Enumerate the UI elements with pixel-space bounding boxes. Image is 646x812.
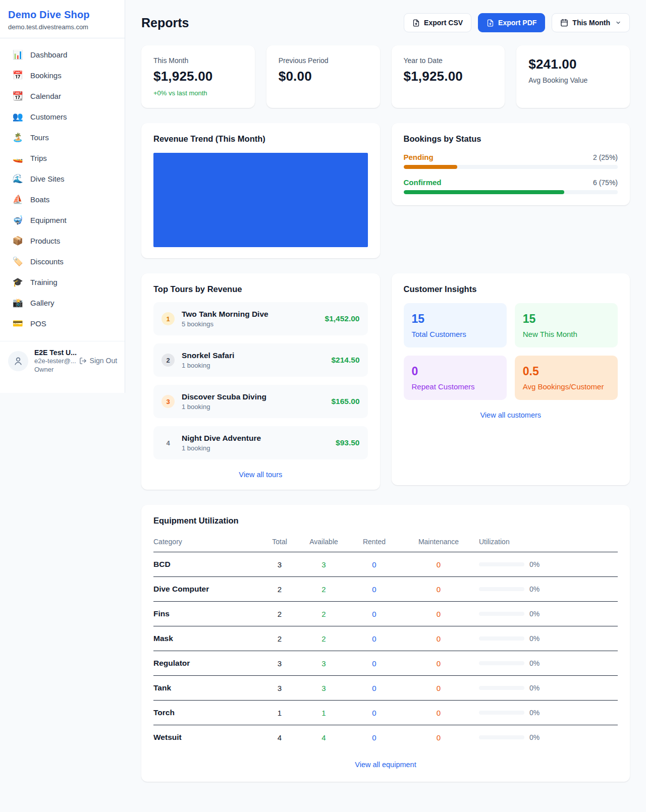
tour-revenue: $214.50: [331, 356, 359, 365]
period-label: This Month: [572, 19, 610, 27]
tour-name: Two Tank Morning Dive: [182, 310, 268, 318]
export-pdf-button[interactable]: Export PDF: [478, 13, 545, 32]
utilization-cell: 0%: [479, 585, 618, 593]
insight-tile-new-this-month: 15 New This Month: [515, 303, 618, 347]
tear-off-calendar-icon: 📆: [12, 91, 23, 101]
camera-icon: 📸: [12, 298, 23, 308]
file-download-icon: [487, 19, 494, 27]
sidebar: Demo Dive Shop demo.test.divestreams.com…: [0, 0, 125, 393]
utilization-track: [479, 735, 524, 739]
cell-total: 3: [262, 552, 297, 577]
stat-label: Year to Date: [404, 56, 493, 65]
view-all-equipment-link[interactable]: View all equipment: [153, 761, 618, 769]
avatar: [8, 351, 28, 371]
progress-track: [404, 190, 618, 194]
bar-chart-icon: 📊: [12, 49, 23, 60]
status-label: Pending: [404, 153, 434, 161]
stat-value: $1,925.00: [404, 69, 493, 84]
view-all-tours-link[interactable]: View all tours: [153, 459, 368, 479]
utilization-cell: 0%: [479, 560, 618, 568]
insight-tile-avg-bookings: 0.5 Avg Bookings/Customer: [515, 356, 618, 400]
sidebar-item-products[interactable]: 📦 Products: [4, 230, 121, 251]
tour-list-item: 1 Two Tank Morning Dive 5 bookings $1,45…: [153, 302, 368, 335]
tour-bookings: 5 bookings: [182, 320, 318, 328]
sidebar-item-label: Bookings: [30, 71, 62, 80]
revenue-trend-card: Revenue Trend (This Month): [141, 123, 380, 258]
column-header: Utilization: [479, 533, 618, 552]
status-row-confirmed: Confirmed 6 (75%): [404, 178, 618, 194]
table-row: Regulator 3 3 0 0 0%: [153, 651, 618, 676]
tour-bookings: 1 booking: [182, 444, 329, 452]
cell-rented: 0: [350, 577, 398, 602]
cell-maintenance: 0: [398, 725, 479, 750]
sidebar-item-training[interactable]: 🎓 Training: [4, 272, 121, 293]
status-label: Confirmed: [404, 178, 442, 187]
sidebar-item-customers[interactable]: 👥 Customers: [4, 106, 121, 127]
sidebar-item-dive-sites[interactable]: 🌊 Dive Sites: [4, 168, 121, 189]
tour-revenue: $165.00: [331, 397, 359, 406]
main-content: Reports Export CSV Export PDF: [125, 0, 646, 802]
stat-card-previous-period: Previous Period $0.00: [266, 45, 380, 108]
header-actions: Export CSV Export PDF This Month: [404, 13, 630, 32]
tour-list-item: 2 Snorkel Safari 1 booking $214.50: [153, 343, 368, 377]
cell-available: 3: [297, 651, 350, 676]
sidebar-item-gallery[interactable]: 📸 Gallery: [4, 293, 121, 313]
cell-available: 3: [297, 676, 350, 701]
stat-value: $0.00: [279, 69, 368, 84]
user-section: E2E Test U... e2e-tester@... Sign Out Ow…: [0, 341, 125, 380]
cell-available: 2: [297, 577, 350, 602]
sidebar-item-tours[interactable]: 🏝️ Tours: [4, 127, 121, 148]
tile-label: Repeat Customers: [412, 382, 499, 391]
table-header-row: Category Total Available Rented Maintena…: [153, 533, 618, 552]
sign-out-label: Sign Out: [90, 357, 117, 365]
rank-badge: 2: [162, 354, 175, 367]
sidebar-item-bookings[interactable]: 📅 Bookings: [4, 65, 121, 86]
period-dropdown[interactable]: This Month: [552, 13, 630, 32]
tour-bookings: 1 booking: [182, 403, 324, 411]
island-icon: 🏝️: [12, 132, 23, 143]
sidebar-item-label: Discounts: [30, 257, 64, 266]
progress-fill: [404, 165, 457, 169]
insights-row: Top Tours by Revenue 1 Two Tank Morning …: [141, 273, 630, 490]
graduation-cap-icon: 🎓: [12, 277, 23, 287]
bookings-by-status-card: Bookings by Status Pending 2 (25%) Confi…: [392, 123, 630, 205]
utilization-percent: 0%: [529, 684, 540, 692]
progress-fill: [404, 190, 564, 194]
insight-tile-repeat-customers: 0 Repeat Customers: [404, 356, 507, 400]
sidebar-item-trips[interactable]: 🚤 Trips: [4, 148, 121, 168]
diving-mask-icon: 🤿: [12, 215, 23, 225]
view-all-customers-link[interactable]: View all customers: [404, 411, 618, 419]
utilization-cell: 0%: [479, 733, 618, 741]
cell-maintenance: 0: [398, 577, 479, 602]
cell-rented: 0: [350, 602, 398, 626]
charts-row: Revenue Trend (This Month) Bookings by S…: [141, 123, 630, 258]
user-role: Owner: [34, 366, 117, 373]
cell-total: 2: [262, 602, 297, 626]
cell-rented: 0: [350, 676, 398, 701]
sign-out-button[interactable]: Sign Out: [79, 357, 117, 365]
tour-list-item: 4 Night Dive Adventure 1 booking $93.50: [153, 426, 368, 459]
sidebar-item-label: Gallery: [30, 299, 55, 307]
column-header: Available: [297, 533, 350, 552]
customer-insights-title: Customer Insights: [404, 284, 618, 294]
table-row: BCD 3 3 0 0 0%: [153, 552, 618, 577]
utilization-cell: 0%: [479, 684, 618, 692]
calendar-date-icon: 📅: [12, 70, 23, 81]
cell-total: 2: [262, 626, 297, 651]
cell-maintenance: 0: [398, 552, 479, 577]
export-csv-button[interactable]: Export CSV: [404, 13, 471, 32]
utilization-percent: 0%: [529, 610, 540, 618]
cell-total: 4: [262, 725, 297, 750]
stat-card-year-to-date: Year to Date $1,925.00: [392, 45, 505, 108]
sidebar-item-label: Calendar: [30, 92, 61, 100]
sidebar-item-discounts[interactable]: 🏷️ Discounts: [4, 251, 121, 272]
package-icon: 📦: [12, 236, 23, 246]
utilization-cell: 0%: [479, 610, 618, 618]
sidebar-item-dashboard[interactable]: 📊 Dashboard: [4, 44, 121, 65]
sidebar-item-calendar[interactable]: 📆 Calendar: [4, 86, 121, 106]
sidebar-item-boats[interactable]: ⛵ Boats: [4, 189, 121, 210]
shop-logo-block: Demo Dive Shop demo.test.divestreams.com: [0, 0, 125, 38]
sidebar-item-equipment[interactable]: 🤿 Equipment: [4, 210, 121, 230]
sidebar-item-pos[interactable]: 💳 POS: [4, 313, 121, 334]
file-download-icon: [412, 19, 420, 27]
